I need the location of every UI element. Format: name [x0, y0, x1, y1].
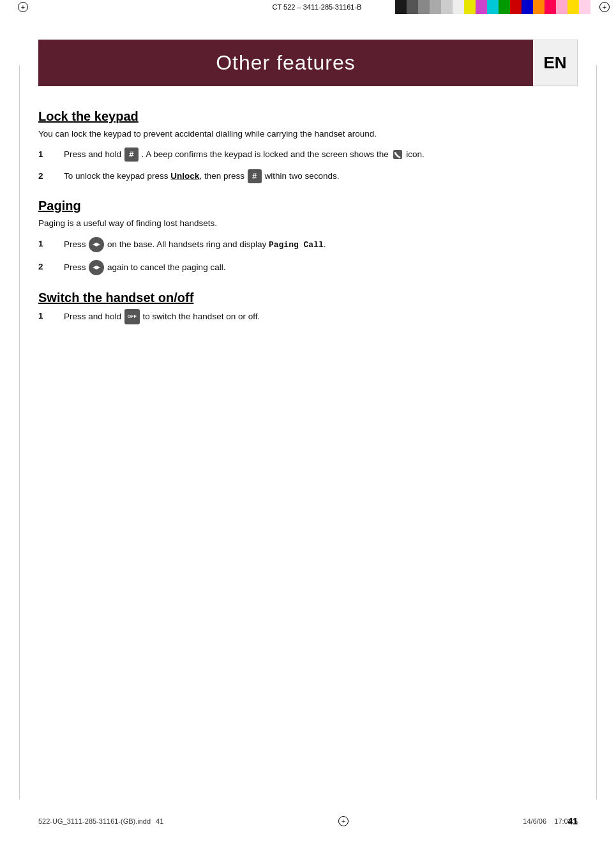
- color-swatches: [395, 0, 590, 14]
- swatch-white: [453, 0, 464, 14]
- phone-icon: [393, 149, 403, 160]
- lock-step-1: 1 Press and hold . A beep confirms the k…: [38, 148, 578, 162]
- paging-steps: 1 Press on the base. All handsets ring a…: [38, 237, 578, 275]
- footer-left: 522-UG_3111-285-31161-(GB).indd 41: [38, 817, 163, 825]
- swatch-red: [510, 0, 522, 14]
- paging-step-1: 1 Press on the base. All handsets ring a…: [38, 237, 578, 252]
- paging-step-num-1: 1: [38, 237, 64, 251]
- swatch-brightyellow: [567, 0, 579, 14]
- swatch-blue: [522, 0, 533, 14]
- lock-keypad-steps: 1 Press and hold . A beep confirms the k…: [38, 148, 578, 183]
- page-number: 41: [567, 816, 578, 826]
- section-paging: Paging Paging is a useful way of finding…: [38, 199, 578, 275]
- reg-mark-left: +: [18, 2, 28, 12]
- page-footer: 522-UG_3111-285-31161-(GB).indd 41 + 14/…: [0, 816, 616, 826]
- svg-rect-0: [393, 150, 402, 159]
- swatch-black: [395, 0, 407, 14]
- reg-mark-right: +: [599, 2, 610, 12]
- heading-paging: Paging: [38, 199, 578, 213]
- heading-lock-keypad: Lock the keypad: [38, 109, 578, 124]
- swatch-cyan: [487, 0, 499, 14]
- banner-title: Other features: [216, 51, 356, 75]
- right-edge-line: [596, 65, 597, 799]
- footer-page-label: 41: [156, 817, 163, 825]
- lock-step-2: 2 To unlock the keypad press Unlock, the…: [38, 169, 578, 183]
- paging-step-1-content: Press on the base. All handsets ring and…: [64, 237, 578, 252]
- swatch-lightgray: [430, 0, 441, 14]
- paging-call-label: Paging Call: [269, 239, 324, 249]
- footer-center: +: [338, 816, 349, 826]
- swatch-lightpink: [556, 0, 567, 14]
- step-1-content: Press and hold . A beep confirms the key…: [64, 148, 578, 162]
- switch-step-num-1: 1: [38, 309, 64, 323]
- swatch-yellow: [464, 0, 476, 14]
- swatch-gray: [418, 0, 430, 14]
- paging-step-2-content: Press again to cancel the paging call.: [64, 260, 578, 275]
- step-2-content: To unlock the keypad press Unlock, then …: [64, 169, 578, 183]
- lock-keypad-intro: You can lock the keypad to prevent accid…: [38, 128, 578, 141]
- page-content: Other features EN Lock the keypad You ca…: [0, 14, 616, 838]
- footer-date: 14/6/06: [523, 817, 546, 825]
- off-btn-icon: [124, 309, 140, 324]
- step-num-1: 1: [38, 148, 64, 162]
- paging-step-2: 2 Press again to cancel the paging call.: [38, 260, 578, 275]
- paging-intro: Paging is a useful way of finding lost h…: [38, 217, 578, 231]
- unlock-label: Unlock: [170, 170, 199, 180]
- header-banner: Other features EN: [38, 40, 578, 86]
- swatch-pink: [545, 0, 556, 14]
- switch-step-1-content: Press and hold to switch the handset on …: [64, 309, 578, 324]
- swatch-orange: [533, 0, 545, 14]
- paging-btn-icon-1: [89, 237, 104, 252]
- step-num-2: 2: [38, 169, 64, 183]
- banner-title-area: Other features: [38, 40, 533, 86]
- switch-step-1: 1 Press and hold to switch the handset o…: [38, 309, 578, 324]
- section-switch: Switch the handset on/off 1 Press and ho…: [38, 291, 578, 324]
- doc-id: CT 522 – 3411-285-31161-B: [273, 3, 362, 11]
- swatch-silver: [441, 0, 453, 14]
- left-edge-line: [19, 65, 20, 799]
- footer-reg-mark: +: [338, 816, 349, 826]
- swatch-magenta: [476, 0, 487, 14]
- swatch-darkgray: [407, 0, 418, 14]
- swatch-green: [499, 0, 510, 14]
- hash-icon-2: [248, 169, 262, 183]
- banner-lang-label: EN: [533, 40, 578, 86]
- section-lock-keypad: Lock the keypad You can lock the keypad …: [38, 109, 578, 183]
- heading-switch: Switch the handset on/off: [38, 291, 578, 305]
- top-color-bar: + CT 522 – 3411-285-31161-B +: [0, 0, 616, 14]
- swatch-palerose: [579, 0, 590, 14]
- paging-step-num-2: 2: [38, 260, 64, 274]
- switch-steps: 1 Press and hold to switch the handset o…: [38, 309, 578, 324]
- footer-filename: 522-UG_3111-285-31161-(GB).indd: [38, 817, 151, 825]
- hash-icon-1: [124, 148, 139, 162]
- paging-btn-icon-2: [89, 260, 104, 275]
